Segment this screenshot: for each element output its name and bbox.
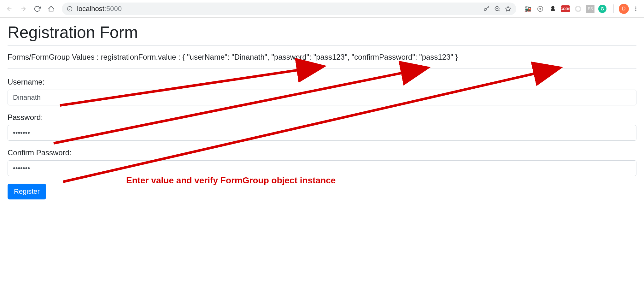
url-host: localhost: [77, 5, 104, 13]
confirm-password-label: Confirm Password:: [8, 148, 636, 157]
reload-icon: [34, 5, 41, 12]
extensions-area: 🚂 CORS ES G: [521, 4, 608, 13]
svg-line-5: [499, 10, 500, 11]
confirm-password-group: Confirm Password:: [8, 148, 636, 176]
password-group: Password:: [8, 113, 636, 141]
star-icon[interactable]: [505, 6, 511, 12]
zoom-out-icon[interactable]: [494, 6, 501, 12]
svg-point-3: [484, 9, 487, 11]
page-content: Registration Form Forms/FormGroup Values…: [0, 18, 644, 204]
info-icon[interactable]: [67, 6, 73, 12]
register-button[interactable]: Register: [8, 184, 46, 199]
reload-button[interactable]: [32, 3, 43, 15]
svg-point-13: [576, 7, 580, 11]
arrow-left-icon: [6, 5, 13, 12]
svg-point-16: [635, 10, 636, 11]
profile-avatar[interactable]: D: [619, 4, 629, 14]
arrow-right-icon: [20, 5, 27, 12]
forward-button[interactable]: [18, 3, 29, 15]
password-label: Password:: [8, 113, 636, 122]
svg-point-10: [551, 6, 554, 9]
browser-toolbar: localhost:5000 🚂 CORS ES G D: [0, 0, 644, 18]
extension-icon-5[interactable]: [574, 4, 583, 13]
home-icon: [48, 5, 55, 12]
key-icon[interactable]: [483, 6, 490, 12]
extension-icon-3[interactable]: [548, 4, 557, 13]
formgroup-values-output: Forms/FormGroup Values : registrationFor…: [8, 53, 636, 69]
annotation-text: Enter value and verify FormGroup object …: [126, 175, 336, 186]
browser-menu-button[interactable]: [631, 6, 640, 12]
address-bar[interactable]: localhost:5000: [62, 3, 516, 15]
home-button[interactable]: [45, 3, 57, 15]
svg-marker-7: [506, 6, 511, 11]
username-group: Username:: [8, 78, 636, 105]
extension-icon-2[interactable]: [536, 4, 545, 13]
username-label: Username:: [8, 78, 636, 86]
svg-point-14: [635, 6, 636, 7]
svg-point-15: [635, 8, 636, 9]
url-text: localhost:5000: [77, 5, 479, 13]
password-input[interactable]: [8, 125, 636, 141]
extension-icon-1[interactable]: 🚂: [523, 4, 532, 13]
grammarly-extension-icon[interactable]: G: [598, 5, 606, 13]
back-button[interactable]: [4, 3, 15, 15]
toolbar-divider: [613, 4, 614, 13]
username-input[interactable]: [8, 90, 636, 105]
kebab-icon: [633, 6, 639, 12]
confirm-password-input[interactable]: [8, 160, 636, 176]
svg-point-9: [540, 8, 541, 9]
address-bar-actions: [483, 6, 511, 12]
page-title: Registration Form: [8, 23, 636, 46]
svg-rect-11: [551, 9, 555, 11]
es-extension-icon[interactable]: ES: [586, 5, 594, 13]
url-port: :5000: [104, 5, 122, 13]
cors-extension-icon[interactable]: CORS: [561, 5, 570, 12]
